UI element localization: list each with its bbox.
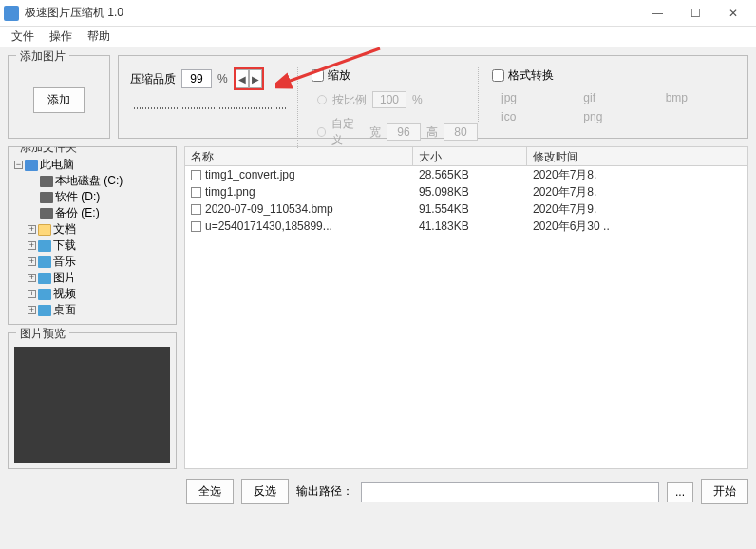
- tree-node-disk-d[interactable]: 软件 (D:): [28, 189, 170, 205]
- folder-icon: [38, 224, 51, 236]
- tree-root[interactable]: − 此电脑: [14, 157, 170, 173]
- table-row[interactable]: timg1.png95.098KB2020年7月8.: [185, 183, 747, 200]
- menu-bar: 文件 操作 帮助: [0, 27, 756, 47]
- ratio-input[interactable]: [372, 91, 406, 108]
- minimize-button[interactable]: —: [638, 0, 676, 27]
- settings-panel: 压缩品质 % ◀ ▶ 缩放 按比例: [118, 55, 748, 139]
- music-icon: [38, 256, 51, 268]
- format-ico-label: ico: [501, 110, 516, 123]
- table-row[interactable]: u=2540171430,185899...41.183KB2020年6月30 …: [185, 218, 747, 235]
- tree-node-pictures[interactable]: +图片: [28, 270, 170, 286]
- output-path-input[interactable]: [361, 482, 659, 502]
- quality-input[interactable]: [181, 69, 212, 88]
- app-icon: [4, 6, 19, 21]
- quality-slider[interactable]: [134, 107, 286, 109]
- download-icon: [38, 240, 51, 252]
- by-ratio-label: 按比例: [332, 92, 367, 108]
- width-label: 宽: [369, 124, 381, 141]
- tree-node-music[interactable]: +音乐: [28, 254, 170, 270]
- file-size: 28.565KB: [413, 168, 527, 181]
- table-row[interactable]: 2020-07-09_110534.bmp91.554KB2020年7月9.: [185, 200, 747, 218]
- title-bar: 极速图片压缩机 1.0 — ☐ ✕: [0, 0, 756, 27]
- quality-label: 压缩品质: [130, 71, 176, 87]
- file-size: 95.098KB: [413, 185, 527, 199]
- by-ratio-radio[interactable]: [317, 95, 327, 104]
- custom-size-radio[interactable]: [317, 127, 326, 137]
- tree-toggle-icon[interactable]: +: [28, 257, 36, 266]
- quality-increase-button[interactable]: ▶: [249, 69, 262, 88]
- file-name: u=2540171430,185899...: [205, 219, 332, 233]
- tree-toggle-icon[interactable]: +: [28, 241, 36, 250]
- row-checkbox[interactable]: [191, 170, 201, 180]
- scale-label: 缩放: [328, 67, 350, 84]
- tree-toggle-icon[interactable]: +: [28, 290, 36, 298]
- output-path-label: 输出路径：: [296, 483, 353, 500]
- file-list-header: 名称 大小 修改时间: [185, 147, 747, 166]
- column-date[interactable]: 修改时间: [527, 147, 747, 165]
- tree-root-label: 此电脑: [40, 157, 74, 173]
- row-checkbox[interactable]: [191, 221, 201, 232]
- disk-icon: [40, 176, 53, 187]
- start-button[interactable]: 开始: [701, 479, 748, 504]
- preview-panel: 图片预览: [8, 332, 177, 469]
- desktop-icon: [38, 305, 51, 316]
- scale-checkbox[interactable]: [312, 69, 324, 82]
- add-button[interactable]: 添加: [33, 87, 85, 113]
- quality-decrease-button[interactable]: ◀: [236, 69, 249, 88]
- computer-icon: [25, 160, 38, 171]
- file-date: 2020年7月9.: [527, 201, 747, 218]
- quality-unit: %: [217, 72, 228, 85]
- video-icon: [38, 289, 51, 300]
- folder-tree-legend: 添加文件夹: [16, 146, 81, 156]
- quality-spinner: ◀ ▶: [234, 67, 264, 90]
- format-jpg-label: jpg: [501, 91, 517, 104]
- height-label: 高: [426, 124, 438, 141]
- tree-node-documents[interactable]: +文档: [28, 221, 170, 237]
- height-input[interactable]: [444, 123, 478, 141]
- browse-button[interactable]: ...: [667, 482, 693, 502]
- preview-legend: 图片预览: [16, 326, 69, 342]
- add-image-panel: 添加图片 添加: [8, 55, 110, 139]
- tree-toggle-icon[interactable]: +: [28, 225, 36, 234]
- maximize-button[interactable]: ☐: [676, 0, 714, 27]
- file-date: 2020年7月8.: [527, 184, 747, 200]
- tree-toggle-icon[interactable]: +: [28, 274, 36, 282]
- file-list: 名称 大小 修改时间 timg1_convert.jpg28.565KB2020…: [184, 146, 748, 469]
- format-gif-label: gif: [583, 91, 595, 104]
- tree-toggle-icon[interactable]: −: [14, 161, 23, 169]
- tree-node-desktop[interactable]: +桌面: [28, 302, 170, 318]
- format-convert-label: 格式转换: [508, 67, 554, 84]
- row-checkbox[interactable]: [191, 204, 201, 215]
- add-image-legend: 添加图片: [16, 48, 69, 65]
- file-size: 91.554KB: [413, 202, 527, 216]
- window-title: 极速图片压缩机 1.0: [25, 5, 638, 21]
- custom-size-label: 自定义: [331, 116, 364, 148]
- preview-area: [14, 347, 170, 463]
- tree-toggle-icon[interactable]: +: [28, 306, 36, 314]
- file-name: 2020-07-09_110534.bmp: [205, 202, 333, 216]
- width-input[interactable]: [387, 123, 421, 141]
- close-button[interactable]: ✕: [714, 0, 752, 27]
- menu-file[interactable]: 文件: [4, 27, 42, 47]
- tree-node-videos[interactable]: +视频: [28, 286, 170, 302]
- tree-node-downloads[interactable]: +下载: [28, 237, 170, 254]
- file-date: 2020年7月8.: [527, 167, 747, 183]
- select-all-button[interactable]: 全选: [186, 479, 234, 504]
- picture-icon: [38, 273, 51, 284]
- menu-help[interactable]: 帮助: [80, 27, 118, 47]
- file-name: timg1.png: [205, 185, 255, 199]
- invert-selection-button[interactable]: 反选: [241, 479, 289, 504]
- menu-operate[interactable]: 操作: [42, 27, 80, 47]
- folder-tree-panel: 添加文件夹 − 此电脑 本地磁盘 (C:) 软件 (D:) 备份 (E:) +文…: [8, 146, 177, 325]
- tree-node-disk-e[interactable]: 备份 (E:): [28, 205, 170, 221]
- tree-node-disk-c[interactable]: 本地磁盘 (C:): [28, 173, 170, 189]
- file-date: 2020年6月30 ..: [527, 218, 747, 235]
- format-png-label: png: [583, 110, 602, 123]
- file-size: 41.183KB: [413, 219, 527, 233]
- disk-icon: [40, 208, 53, 219]
- column-name[interactable]: 名称: [185, 147, 413, 165]
- table-row[interactable]: timg1_convert.jpg28.565KB2020年7月8.: [185, 166, 747, 183]
- format-convert-checkbox[interactable]: [492, 69, 504, 82]
- row-checkbox[interactable]: [191, 187, 201, 198]
- column-size[interactable]: 大小: [413, 147, 527, 165]
